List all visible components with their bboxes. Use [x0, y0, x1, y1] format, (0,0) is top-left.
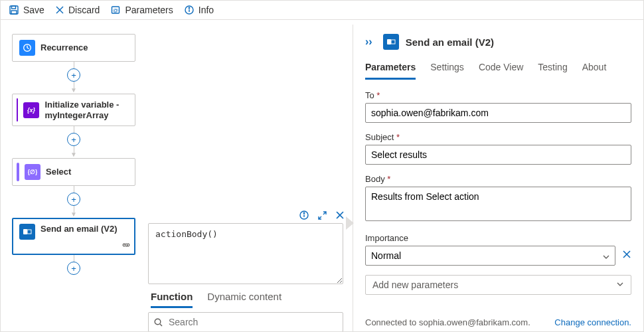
info-icon	[299, 210, 309, 220]
action-details-panel: ›› Send an email (V2) Parameters Setting…	[353, 25, 643, 332]
body-label: Body	[365, 174, 631, 184]
close-icon	[335, 210, 345, 220]
panel-title: Send an email (V2)	[406, 37, 494, 48]
connection-status: Connected to sophia.owen@fabrikam.com.	[365, 317, 530, 327]
discard-button[interactable]: Discard	[55, 5, 100, 15]
importance-label: Importance	[365, 233, 631, 243]
tab-parameters[interactable]: Parameters	[365, 62, 416, 80]
expand-icon	[317, 210, 327, 220]
svg-rect-28	[387, 39, 391, 44]
tab-testing[interactable]: Testing	[538, 62, 567, 80]
svg-rect-1	[12, 6, 16, 9]
step-recurrence[interactable]: Recurrence	[12, 34, 135, 62]
svg-point-26	[155, 319, 161, 325]
step-label: Select	[46, 167, 71, 177]
close-icon	[55, 5, 64, 15]
save-icon	[9, 5, 19, 15]
subject-field[interactable]	[365, 145, 631, 165]
step-label: Send an email (V2)	[40, 224, 118, 234]
arrow-icon: ▼	[70, 86, 77, 94]
close-icon	[622, 250, 631, 259]
tab-about[interactable]: About	[582, 62, 607, 80]
tab-dynamic-content[interactable]: Dynamic content	[207, 291, 282, 308]
to-label: To	[365, 90, 631, 100]
accent-bar	[17, 98, 18, 122]
collapse-button[interactable]: ››	[365, 36, 372, 48]
expand-button[interactable]	[317, 210, 327, 220]
expression-panel: actionBody() Function Dynamic content	[148, 207, 349, 332]
add-step-button[interactable]: +	[67, 262, 80, 275]
svg-text:{x}: {x}	[27, 107, 36, 114]
svg-point-18	[127, 244, 129, 246]
save-label: Save	[23, 5, 44, 15]
svg-rect-16	[27, 230, 31, 234]
svg-point-9	[189, 7, 189, 8]
svg-rect-2	[11, 11, 17, 14]
info-button[interactable]: Info	[184, 5, 214, 15]
outlook-icon	[19, 224, 35, 240]
tab-function[interactable]: Function	[151, 291, 193, 308]
step-initialize-variable[interactable]: {x} Initialize variable - myIntegerArray	[12, 94, 135, 126]
subject-label: Subject	[365, 132, 631, 142]
recurrence-icon	[19, 40, 35, 56]
designer-canvas: Recurrence +▼ {x} Initialize variable - …	[1, 25, 351, 332]
add-parameters-label: Add new parameters	[372, 280, 458, 290]
info-button[interactable]	[299, 210, 309, 220]
svg-rect-15	[23, 229, 27, 234]
search-icon	[153, 317, 163, 327]
info-icon	[184, 5, 195, 15]
add-step-button[interactable]: +	[67, 193, 80, 206]
body-field[interactable]	[365, 187, 631, 221]
data-operations-icon: {∅}	[25, 164, 40, 180]
to-field[interactable]	[365, 103, 631, 123]
add-step-button[interactable]: +	[67, 68, 80, 82]
add-step-button[interactable]: +	[67, 133, 80, 146]
save-button[interactable]: Save	[9, 5, 44, 15]
parameters-icon: @	[110, 5, 121, 15]
info-label: Info	[199, 5, 214, 15]
step-label: Initialize variable - myIntegerArray	[44, 100, 128, 120]
arrow-icon: ▼	[70, 151, 77, 158]
close-button[interactable]	[335, 210, 345, 220]
arrow-icon: ▼	[70, 210, 77, 218]
expression-editor[interactable]: actionBody()	[148, 223, 343, 284]
toolbar: Save Discard @ Parameters Info	[1, 1, 643, 20]
add-parameters-dropdown[interactable]: Add new parameters	[365, 275, 631, 295]
svg-line-27	[160, 324, 162, 326]
link-icon	[122, 241, 130, 252]
tab-settings[interactable]: Settings	[430, 62, 464, 80]
discard-label: Discard	[68, 5, 100, 15]
step-send-email[interactable]: Send an email (V2)	[12, 218, 135, 255]
chevron-down-icon	[616, 280, 624, 290]
importance-select[interactable]: Normal	[365, 246, 615, 266]
outlook-icon	[383, 34, 399, 50]
tab-code-view[interactable]: Code View	[479, 62, 523, 80]
clear-importance-button[interactable]	[622, 250, 631, 262]
parameters-button[interactable]: @ Parameters	[110, 5, 173, 15]
change-connection-link[interactable]: Change connection.	[554, 317, 631, 327]
parameters-label: Parameters	[125, 5, 173, 15]
svg-point-17	[123, 244, 125, 246]
svg-point-21	[303, 212, 304, 213]
svg-text:{∅}: {∅}	[28, 169, 37, 175]
svg-text:@: @	[113, 7, 118, 13]
svg-line-12	[27, 48, 29, 49]
accent-bar	[17, 163, 19, 181]
step-label: Recurrence	[40, 42, 88, 53]
step-select[interactable]: {∅} Select	[12, 158, 135, 186]
variable-icon: {x}	[23, 102, 39, 118]
svg-rect-29	[391, 40, 395, 44]
search-input[interactable]	[148, 312, 343, 332]
